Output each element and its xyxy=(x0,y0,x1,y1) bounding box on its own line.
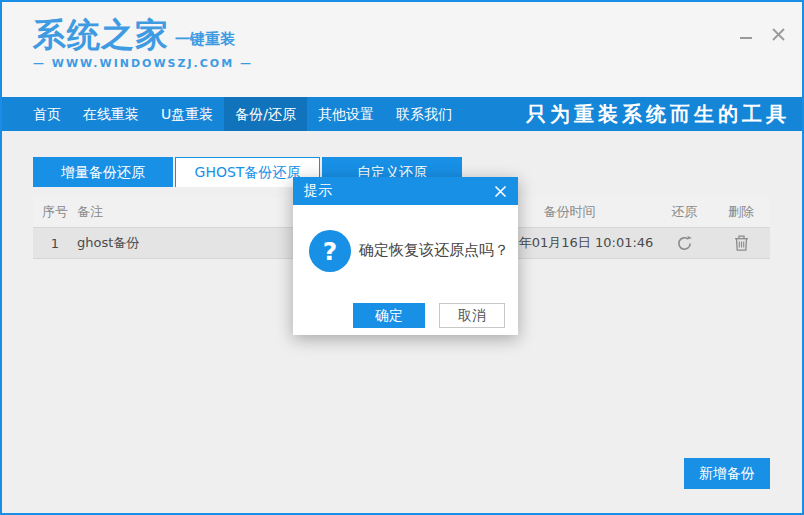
row-index: 1 xyxy=(33,236,77,251)
nav-item-contact-us[interactable]: 联系我们 xyxy=(385,97,463,131)
nav-slogan: 只为重装系统而生的工具 xyxy=(526,97,790,131)
minimize-button[interactable] xyxy=(736,24,756,44)
col-header-index: 序号 xyxy=(33,203,77,221)
confirm-dialog: 提示 ? 确定恢复该还原点吗？ 确定 取消 xyxy=(293,177,518,335)
app-window: 系统之家 一键重装 — WWW.WINDOWSZJ.COM — 首页 在线重装 … xyxy=(0,0,804,515)
col-header-delete: 删除 xyxy=(712,203,770,221)
dialog-title: 提示 xyxy=(304,182,332,200)
nav-item-usb-reinstall[interactable]: U盘重装 xyxy=(150,97,224,131)
restore-button[interactable] xyxy=(675,234,694,253)
logo-title: 系统之家 xyxy=(33,18,169,51)
close-icon xyxy=(771,27,786,42)
titlebar: 系统之家 一键重装 — WWW.WINDOWSZJ.COM — xyxy=(2,2,802,97)
window-controls xyxy=(736,24,788,44)
dialog-body: ? 确定恢复该还原点吗？ 确定 取消 xyxy=(293,205,518,335)
app-logo: 系统之家 一键重装 — WWW.WINDOWSZJ.COM — xyxy=(33,18,253,70)
dialog-titlebar: 提示 xyxy=(293,177,518,205)
dialog-close-button[interactable] xyxy=(494,185,507,198)
main-nav: 首页 在线重装 U盘重装 备份/还原 其他设置 联系我们 只为重装系统而生的工具 xyxy=(2,97,802,131)
add-backup-button[interactable]: 新增备份 xyxy=(684,458,770,489)
nav-item-other-settings[interactable]: 其他设置 xyxy=(307,97,385,131)
delete-button[interactable] xyxy=(733,234,750,253)
trash-icon xyxy=(733,234,750,253)
logo-url: — WWW.WINDOWSZJ.COM — xyxy=(33,57,253,70)
minimize-icon xyxy=(738,26,754,42)
nav-item-backup-restore[interactable]: 备份/还原 xyxy=(224,97,307,131)
logo-subtitle: 一键重装 xyxy=(175,30,235,49)
confirm-ok-button[interactable]: 确定 xyxy=(353,303,425,328)
close-button[interactable] xyxy=(768,24,788,44)
nav-item-home[interactable]: 首页 xyxy=(22,97,72,131)
question-icon: ? xyxy=(309,230,351,272)
dialog-message: 确定恢复该还原点吗？ xyxy=(359,241,509,260)
refresh-icon xyxy=(675,234,694,253)
nav-item-online-reinstall[interactable]: 在线重装 xyxy=(72,97,150,131)
tab-incremental-backup-restore[interactable]: 增量备份还原 xyxy=(33,157,173,187)
col-header-restore: 还原 xyxy=(657,203,712,221)
confirm-cancel-button[interactable]: 取消 xyxy=(439,303,505,328)
close-icon xyxy=(494,185,507,198)
